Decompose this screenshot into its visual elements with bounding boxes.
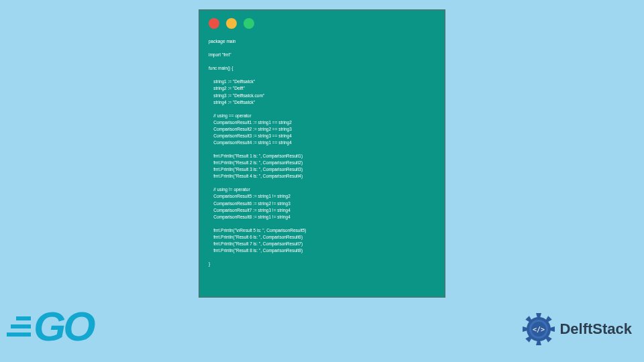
minimize-icon <box>226 18 237 29</box>
go-logo-text: GO <box>34 302 93 350</box>
close-icon <box>209 18 219 29</box>
svg-text:</>: </> <box>533 326 545 333</box>
svg-marker-6 <box>523 326 527 332</box>
code-content: package main import "fmt" func main() { … <box>209 38 435 267</box>
go-speed-lines-icon <box>7 316 31 337</box>
maximize-icon <box>244 18 254 29</box>
svg-marker-4 <box>536 341 541 345</box>
go-logo: GO <box>7 302 93 350</box>
traffic-lights <box>209 18 435 29</box>
delftstack-logo: </> DelftStack <box>521 311 632 347</box>
delftstack-gear-icon: </> <box>521 311 557 347</box>
code-window: package main import "fmt" func main() { … <box>199 9 445 298</box>
delftstack-logo-text: DelftStack <box>559 320 632 338</box>
svg-marker-2 <box>550 326 555 332</box>
svg-marker-0 <box>536 313 541 318</box>
